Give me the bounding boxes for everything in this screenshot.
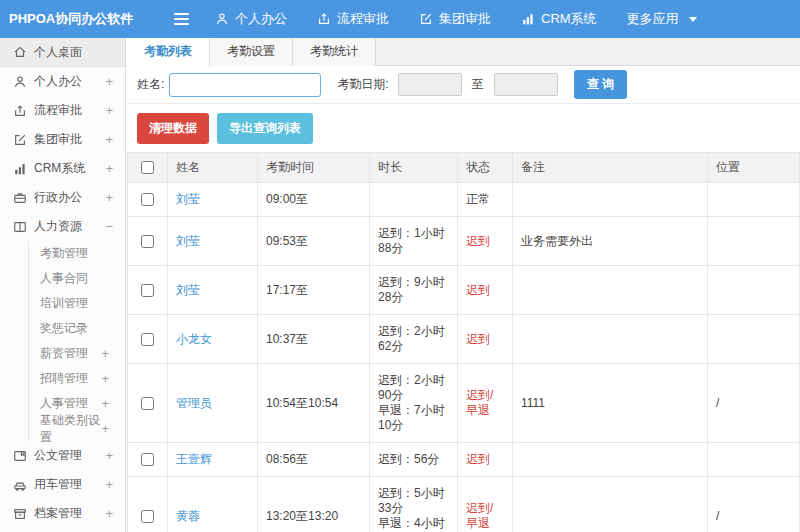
employee-name-link[interactable]: 刘莹 — [176, 283, 200, 297]
sidebar-submenu: 考勤管理人事合同培训管理奖惩记录薪资管理+招聘管理+人事管理+基础类别设置+ — [28, 241, 125, 441]
table-row: 刘莹17:17至迟到：9小时28分迟到 — [128, 266, 800, 315]
row-checkbox[interactable] — [141, 397, 154, 410]
expand-icon[interactable]: + — [105, 74, 113, 89]
edit-icon — [12, 133, 27, 147]
expand-icon[interactable]: + — [105, 161, 113, 176]
export-list-button[interactable]: 导出查询列表 — [217, 113, 313, 144]
select-all-checkbox[interactable] — [141, 161, 154, 174]
row-checkbox[interactable] — [141, 453, 154, 466]
date-to-label: 至 — [472, 76, 484, 93]
nav-item-label: 集团审批 — [439, 10, 491, 28]
briefcase-icon — [12, 191, 27, 205]
sidebar-item-16[interactable]: 用车管理+ — [0, 470, 125, 499]
time-cell: 10:37至 — [258, 315, 370, 364]
sidebar-item-3[interactable]: 集团审批+ — [0, 125, 125, 154]
sidebar-subitem-11[interactable]: 薪资管理+ — [29, 341, 125, 366]
sidebar-subitem-9[interactable]: 培训管理 — [29, 291, 125, 316]
sidebar-item-2[interactable]: 流程审批+ — [0, 96, 125, 125]
expand-icon[interactable]: + — [105, 103, 113, 118]
status-cell: 迟到 — [458, 315, 513, 364]
tab-3[interactable]: 考勤统计 — [293, 38, 376, 66]
sidebar-item-0[interactable]: 个人桌面 — [0, 38, 125, 67]
sidebar-subitem-8[interactable]: 人事合同 — [29, 266, 125, 291]
nav-item-label: 个人办公 — [235, 10, 287, 28]
edit-icon — [419, 12, 433, 26]
expand-icon[interactable]: + — [101, 396, 109, 411]
expand-icon[interactable]: + — [101, 371, 109, 386]
sidebar-item-5[interactable]: 行政办公+ — [0, 183, 125, 212]
employee-name-link[interactable]: 刘莹 — [176, 234, 200, 248]
location-cell — [708, 443, 800, 477]
status-cell: 迟到/早退 — [458, 477, 513, 532]
sidebar-item-18[interactable]: 项目管理+ — [0, 528, 125, 532]
duration-line: 迟到：1小时88分 — [378, 226, 449, 256]
tab-1[interactable]: 考勤列表 — [127, 38, 210, 67]
expand-icon[interactable]: + — [105, 132, 113, 147]
top-nav: 个人办公流程审批集团审批CRM系统更多应用 — [215, 10, 697, 28]
expand-icon[interactable]: + — [105, 506, 113, 521]
app-root: PHPOA协同办公软件 个人办公流程审批集团审批CRM系统更多应用 个人桌面个人… — [0, 0, 800, 532]
sidebar-subitem-10[interactable]: 奖惩记录 — [29, 316, 125, 341]
duration-line: 迟到：5小时33分 — [378, 486, 449, 516]
row-checkbox[interactable] — [141, 284, 154, 297]
duration-line: 迟到：9小时28分 — [378, 275, 449, 305]
date-to-input[interactable] — [494, 73, 558, 96]
menu-toggle-icon[interactable] — [170, 9, 193, 29]
user-icon — [215, 12, 229, 26]
sidebar-subitem-12[interactable]: 招聘管理+ — [29, 366, 125, 391]
employee-name-link[interactable]: 黄蓉 — [176, 509, 200, 523]
action-bar: 清理数据 导出查询列表 — [127, 104, 800, 152]
nav-item-5[interactable]: 更多应用 — [627, 10, 697, 28]
chart-icon — [521, 12, 535, 26]
employee-name-link[interactable]: 刘莹 — [176, 192, 200, 206]
table-header-row: 姓名考勤时间时长状态备注位置 — [128, 153, 800, 183]
sidebar-subitem-7[interactable]: 考勤管理 — [29, 241, 125, 266]
sidebar-item-4[interactable]: CRM系统+ — [0, 154, 125, 183]
table-row: 黄蓉13:20至13:20迟到：5小时33分早退：4小时67分迟到/早退/ — [128, 477, 800, 532]
column-header: 备注 — [513, 153, 708, 183]
sidebar-item-1[interactable]: 个人办公+ — [0, 67, 125, 96]
search-button[interactable]: 查 询 — [574, 70, 627, 99]
sidebar-item-6[interactable]: 人力资源− — [0, 212, 125, 241]
employee-name-link[interactable]: 管理员 — [176, 396, 212, 410]
row-checkbox[interactable] — [141, 193, 154, 206]
location-cell: / — [708, 477, 800, 532]
time-cell: 08:56至 — [258, 443, 370, 477]
sidebar-item-17[interactable]: 档案管理+ — [0, 499, 125, 528]
employee-name-link[interactable]: 小龙女 — [176, 332, 212, 346]
sidebar: 个人桌面个人办公+流程审批+集团审批+CRM系统+行政办公+人力资源−考勤管理人… — [0, 38, 126, 532]
time-cell: 09:00至 — [258, 183, 370, 217]
clean-data-button[interactable]: 清理数据 — [137, 113, 209, 144]
status-cell: 迟到/早退 — [458, 364, 513, 443]
duration-cell: 迟到：5小时33分早退：4小时67分 — [370, 477, 458, 532]
name-filter-input[interactable] — [169, 73, 321, 97]
expand-icon[interactable]: + — [105, 190, 113, 205]
app-logo: PHPOA协同办公软件 — [0, 10, 128, 28]
expand-icon[interactable]: + — [105, 477, 113, 492]
row-checkbox[interactable] — [141, 235, 154, 248]
name-cell: 管理员 — [168, 364, 258, 443]
expand-icon[interactable]: + — [101, 346, 109, 361]
row-checkbox[interactable] — [141, 333, 154, 346]
employee-name-link[interactable]: 王壹辉 — [176, 452, 212, 466]
location-cell — [708, 217, 800, 266]
table-row: 王壹辉08:56至迟到：56分迟到 — [128, 443, 800, 477]
column-header: 状态 — [458, 153, 513, 183]
row-checkbox-cell — [128, 364, 168, 443]
expand-icon[interactable]: + — [101, 421, 109, 436]
sidebar-item-label: 个人桌面 — [34, 44, 82, 61]
nav-item-4[interactable]: CRM系统 — [521, 10, 597, 28]
nav-item-3[interactable]: 集团审批 — [419, 10, 491, 28]
expand-icon[interactable]: + — [105, 448, 113, 463]
sidebar-subitem-label: 薪资管理 — [40, 345, 88, 362]
sidebar-subitem-14[interactable]: 基础类别设置+ — [29, 416, 125, 441]
row-checkbox-cell — [128, 443, 168, 477]
table-row: 小龙女10:37至迟到：2小时62分迟到 — [128, 315, 800, 364]
row-checkbox[interactable] — [141, 510, 154, 523]
nav-item-2[interactable]: 流程审批 — [317, 10, 389, 28]
expand-icon[interactable]: − — [105, 219, 113, 234]
nav-item-label: CRM系统 — [541, 10, 597, 28]
tab-2[interactable]: 考勤设置 — [210, 38, 293, 66]
nav-item-1[interactable]: 个人办公 — [215, 10, 287, 28]
date-from-input[interactable] — [398, 73, 462, 96]
